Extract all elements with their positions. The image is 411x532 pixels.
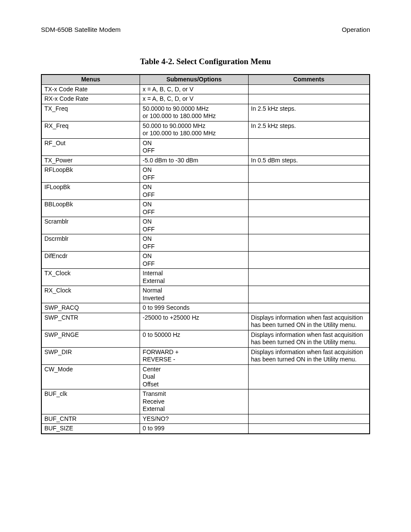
cell-menu: BUF_clk [41, 389, 140, 414]
cell-submenu: -5.0 dBm to -30 dBm [140, 156, 248, 165]
cell-submenu: ON OFF [140, 217, 248, 234]
table-row: TX_Freq50.0000 to 90.0000 MHz or 100.000… [41, 104, 370, 121]
header-right: Operation [342, 26, 370, 33]
table-row: RF_OutON OFF [41, 138, 370, 156]
cell-comment [248, 389, 370, 414]
cell-menu: Dscrmblr [41, 234, 140, 252]
cell-menu: RF_Out [41, 138, 140, 156]
table-row: RX_Freq50.000 to 90.0000 MHz or 100.000 … [41, 121, 370, 138]
cell-submenu: Internal External [140, 269, 248, 286]
cell-menu: TX_Clock [41, 269, 140, 286]
cell-comment: In 2.5 kHz steps. [248, 104, 370, 121]
config-table: Menus Submenus/Options Comments TX-x Cod… [41, 74, 370, 434]
cell-menu: TX_Power [41, 156, 140, 165]
cell-comment [248, 269, 370, 286]
cell-menu: BBLoopBk [41, 200, 140, 217]
cell-submenu: Normal Inverted [140, 286, 248, 303]
cell-submenu: FORWARD + REVERSE - [140, 347, 248, 364]
table-row: SWP_CNTR-25000 to +25000 HzDisplays info… [41, 313, 370, 330]
cell-comment: Displays information when fast acquisiti… [248, 330, 370, 347]
cell-submenu: Transmit Receive External [140, 389, 248, 414]
cell-submenu: ON OFF [140, 165, 248, 183]
cell-comment [248, 252, 370, 269]
cell-submenu: -25000 to +25000 Hz [140, 313, 248, 330]
cell-comment: In 0.5 dBm steps. [248, 156, 370, 165]
cell-comment [248, 84, 370, 94]
col-menus: Menus [41, 75, 140, 84]
table-row: BUF_clkTransmit Receive External [41, 389, 370, 414]
table-row: ScramblrON OFF [41, 217, 370, 234]
cell-submenu: x = A, B, C, D, or V [140, 94, 248, 104]
col-comments: Comments [248, 75, 370, 84]
table-title: Table 4-2. Select Configuration Menu [41, 57, 370, 66]
cell-menu: BUF_CNTR [41, 414, 140, 424]
cell-comment [248, 424, 370, 434]
table-row: SWP_RACQ0 to 999 Seconds [41, 303, 370, 313]
cell-menu: TX-x Code Rate [41, 84, 140, 94]
cell-menu: SWP_CNTR [41, 313, 140, 330]
cell-menu: RX_Clock [41, 286, 140, 303]
page-header: SDM-650B Satellite Modem Operation [41, 26, 370, 33]
cell-comment [248, 138, 370, 156]
cell-comment [248, 200, 370, 217]
cell-submenu: x = A, B, C, D, or V [140, 84, 248, 94]
cell-submenu: 50.0000 to 90.0000 MHz or 100.000 to 180… [140, 104, 248, 121]
cell-menu: SWP_RACQ [41, 303, 140, 313]
cell-submenu: ON OFF [140, 183, 248, 200]
cell-menu: DifEncdr [41, 252, 140, 269]
table-row: SWP_RNGE0 to 50000 HzDisplays informatio… [41, 330, 370, 347]
table-row: CW_ModeCenter Dual Offset [41, 364, 370, 389]
header-left: SDM-650B Satellite Modem [41, 26, 121, 33]
cell-comment [248, 217, 370, 234]
cell-comment [248, 414, 370, 424]
cell-menu: IFLoopBk [41, 183, 140, 200]
table-row: DifEncdrON OFF [41, 252, 370, 269]
table-row: SWP_DIRFORWARD + REVERSE -Displays infor… [41, 347, 370, 364]
table-row: BUF_CNTRYES/NO? [41, 414, 370, 424]
cell-submenu: ON OFF [140, 252, 248, 269]
cell-comment: In 2.5 kHz steps. [248, 121, 370, 138]
cell-menu: SWP_RNGE [41, 330, 140, 347]
table-row: RX_ClockNormal Inverted [41, 286, 370, 303]
cell-submenu: 50.000 to 90.0000 MHz or 100.000 to 180.… [140, 121, 248, 138]
table-row: RFLoopBkON OFF [41, 165, 370, 183]
table-row: BUF_SIZE0 to 999 [41, 424, 370, 434]
cell-submenu: Center Dual Offset [140, 364, 248, 389]
cell-comment [248, 303, 370, 313]
cell-menu: Scramblr [41, 217, 140, 234]
cell-submenu: ON OFF [140, 200, 248, 217]
table-row: RX-x Code Ratex = A, B, C, D, or V [41, 94, 370, 104]
cell-comment [248, 183, 370, 200]
cell-menu: RFLoopBk [41, 165, 140, 183]
cell-comment [248, 165, 370, 183]
table-row: DscrmblrON OFF [41, 234, 370, 252]
cell-menu: RX_Freq [41, 121, 140, 138]
cell-comment [248, 234, 370, 252]
cell-comment: Displays information when fast acquisiti… [248, 313, 370, 330]
cell-submenu: 0 to 999 Seconds [140, 303, 248, 313]
table-row: BBLoopBkON OFF [41, 200, 370, 217]
cell-comment [248, 364, 370, 389]
cell-comment: Displays information when fast acquisiti… [248, 347, 370, 364]
cell-submenu: 0 to 999 [140, 424, 248, 434]
cell-comment [248, 94, 370, 104]
table-row: TX_Power-5.0 dBm to -30 dBmIn 0.5 dBm st… [41, 156, 370, 165]
table-row: TX_ClockInternal External [41, 269, 370, 286]
cell-menu: CW_Mode [41, 364, 140, 389]
table-header-row: Menus Submenus/Options Comments [41, 75, 370, 84]
cell-comment [248, 286, 370, 303]
col-submenus: Submenus/Options [140, 75, 248, 84]
cell-submenu: YES/NO? [140, 414, 248, 424]
cell-menu: RX-x Code Rate [41, 94, 140, 104]
cell-menu: SWP_DIR [41, 347, 140, 364]
table-row: IFLoopBkON OFF [41, 183, 370, 200]
cell-submenu: ON OFF [140, 234, 248, 252]
cell-menu: BUF_SIZE [41, 424, 140, 434]
cell-submenu: 0 to 50000 Hz [140, 330, 248, 347]
cell-submenu: ON OFF [140, 138, 248, 156]
table-row: TX-x Code Ratex = A, B, C, D, or V [41, 84, 370, 94]
cell-menu: TX_Freq [41, 104, 140, 121]
